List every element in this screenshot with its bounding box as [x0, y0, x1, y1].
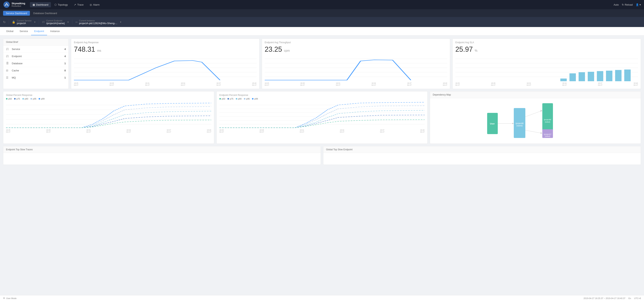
svg-rect-23: [624, 70, 631, 81]
current-instance-control[interactable]: ▭ Current Instance projectA-pid:12624@Wu…: [76, 20, 122, 25]
endpoint-top-slow-traces-card: Endpoint Top Slow Traces: [3, 146, 321, 165]
tab-global[interactable]: Global: [3, 28, 16, 35]
separator-2: [39, 20, 39, 24]
main-content: Global Brief ⟨/⟩ Service 4 ⟨/⟩ Endpoint …: [0, 36, 644, 168]
endpoint-percent-response-title: Endpoint Percent Response: [219, 94, 425, 96]
endpoint-avg-sla-value: 25.97 %: [455, 45, 638, 54]
tab-endpoint[interactable]: Endpoint: [31, 28, 47, 35]
endpoint-percent-response-body: Endpoint Percent Response p50 p75 p90: [217, 92, 427, 136]
slow-traces-body: [3, 153, 321, 164]
lock-icon: 🔒: [12, 20, 15, 24]
current-endpoint-label: Current Endpoint: [46, 20, 65, 22]
reload-button[interactable]: ↻ Reload: [622, 3, 632, 6]
mq-label: MQ: [12, 76, 62, 79]
p90-dot: [22, 98, 24, 100]
dependency-map-card: Dependency Map User /projectA/ {name}: [430, 91, 641, 144]
mq-icon: ☰: [6, 76, 10, 79]
project-c-value: {value}: [545, 135, 550, 137]
ep-p99-dot: [252, 98, 254, 100]
sla-x-axis: 18:2504-27 18:2804-27 18:3104-27 18:3404…: [455, 82, 638, 86]
endpoint-percent-response-card: Endpoint Percent Response p50 p75 p90: [216, 91, 428, 144]
nav-trace[interactable]: ↗ Trace: [71, 2, 86, 7]
cache-count: 0: [64, 69, 66, 72]
ep-legend-p95: p95: [244, 98, 250, 100]
nav-right: Auto ↻ Reload 👤 ▾: [614, 3, 641, 6]
endpoint-avg-response-value: 748.31 ms: [74, 45, 256, 54]
svg-rect-17: [570, 73, 576, 81]
reload-icon: ↻: [622, 3, 624, 6]
svg-rect-22: [615, 70, 622, 81]
service-label: Service: [12, 48, 62, 50]
endpoint-avg-response-title: Endpoint Avg Response: [74, 41, 256, 44]
endpoint-avg-throughput-card: Endpoint Avg Throughput 23.25 cpm: [262, 38, 450, 89]
reload-label: Reload: [625, 3, 632, 6]
tab-instance[interactable]: Instance: [47, 28, 63, 35]
row-1: Global Brief ⟨/⟩ Service 4 ⟨/⟩ Endpoint …: [3, 38, 641, 89]
svg-rect-19: [588, 72, 594, 81]
brief-service: ⟨/⟩ Service 4: [3, 46, 68, 53]
endpoint-avg-sla-chart: 18:2504-27 18:2804-27 18:3104-27 18:3404…: [455, 54, 638, 86]
refresh-button[interactable]: ↻: [3, 20, 6, 24]
global-brief-header: Global Brief: [3, 39, 68, 46]
nav-trace-label: Trace: [77, 3, 84, 6]
brief-endpoint: ⟨/⟩ Endpoint 4: [3, 53, 68, 60]
app-sub: Rocketbot: [12, 5, 21, 7]
database-count: 1: [64, 62, 66, 65]
slow-endpoint-body: [323, 153, 641, 164]
ep-p50-dot: [219, 98, 221, 100]
current-endpoint-value: /projectA/{name}: [46, 22, 65, 25]
endpoint-avg-sla-body: Endpoint Avg SLA 25.97 %: [452, 39, 641, 89]
current-service-control[interactable]: 🔒 Current Service projectA ▼: [12, 20, 36, 25]
throughput-x-axis: 18:2504-27 18:2804-27 18:3104-27 18:3404…: [265, 82, 448, 86]
slow-traces-header: Endpoint Top Slow Traces: [3, 146, 321, 153]
ep-legend-p99: p99: [252, 98, 258, 100]
nav-dashboard[interactable]: ▦ Dashboard: [30, 2, 51, 7]
global-brief-card: Global Brief ⟨/⟩ Service 4 ⟨/⟩ Endpoint …: [3, 38, 69, 89]
p50-dot: [6, 98, 8, 100]
svg-rect-18: [578, 72, 585, 81]
legend-p50: p50: [6, 98, 12, 100]
project-b-value: {value}: [545, 121, 550, 123]
alarm-icon: ◎: [90, 3, 92, 6]
p75-dot: [14, 98, 16, 100]
global-percent-x-axis: 18:2504-27 18:2804-27 18:3104-27 18:3404…: [6, 129, 211, 133]
mq-count: 1: [64, 76, 66, 79]
response-chart-svg: [74, 54, 256, 81]
svg-rect-16: [560, 78, 567, 81]
brief-cache: ⊟ Cache 0: [3, 67, 68, 74]
legend-p75: p75: [14, 98, 20, 100]
service-dashboard-btn[interactable]: Service Dashboard: [3, 11, 30, 16]
tab-service[interactable]: Service: [16, 28, 31, 35]
dashboard-icon: ▦: [32, 3, 35, 6]
response-x-axis: 18:2504-27 18:2804-27 18:3104-27 18:3404…: [74, 82, 256, 86]
current-instance-label: Current Instance: [79, 20, 118, 22]
cache-label: Cache: [12, 69, 62, 72]
legend-p90: p90: [22, 98, 28, 100]
dependency-map-svg: User /projectA/ {name} /projectB/: [433, 101, 638, 140]
throughput-chart-svg: [265, 54, 448, 81]
global-brief-body: ⟨/⟩ Service 4 ⟨/⟩ Endpoint 4 🗄 Database …: [3, 46, 68, 81]
svg-point-0: [4, 2, 10, 8]
user-button[interactable]: 👤 ▾: [636, 3, 641, 6]
nav-alarm[interactable]: ◎ Alarm: [87, 2, 102, 7]
endpoint-avg-response-body: Endpoint Avg Response 748.31 ms: [71, 39, 259, 89]
endpoint-percent-chart-svg: [219, 101, 425, 128]
nav-topology[interactable]: ⬡ Topology: [52, 2, 70, 7]
legend-p99: p99: [38, 98, 44, 100]
arrow-3: [540, 132, 542, 134]
database-dashboard-btn[interactable]: Database Dashboard: [31, 11, 60, 16]
skywalking-logo: [3, 1, 10, 8]
auto-label: Auto: [614, 3, 619, 6]
global-percent-response-body: Global Percent Response p50 p75 p90: [3, 92, 214, 136]
database-label: Database: [12, 62, 62, 65]
user-label: User: [490, 122, 495, 125]
endpoint-label-2: {name}: [516, 125, 523, 127]
trace-icon: ↗: [74, 3, 76, 6]
ep-legend-p75: p75: [228, 98, 233, 100]
svg-line-37: [525, 130, 541, 133]
ep-p95-dot: [244, 98, 246, 100]
global-percent-response-card: Global Percent Response p50 p75 p90: [3, 91, 214, 144]
current-endpoint-control[interactable]: ⟨/⟩ Current Endpoint /projectA/{name} ▼: [42, 20, 69, 25]
user-icon: 👤 ▾: [636, 3, 641, 6]
logo: Skywalking Rocketbot: [3, 1, 25, 8]
